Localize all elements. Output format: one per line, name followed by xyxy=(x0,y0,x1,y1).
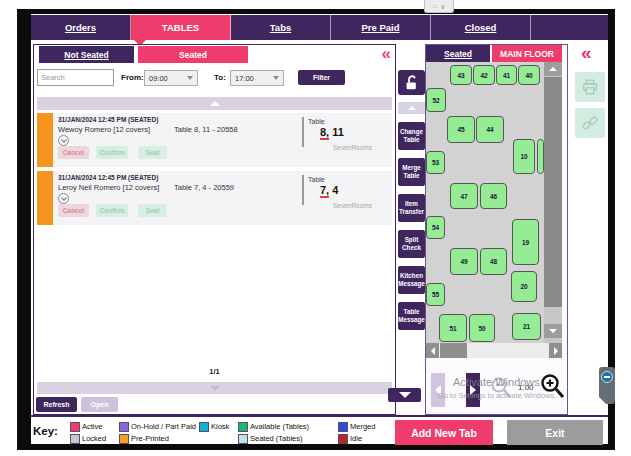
floor-table-54[interactable]: 54 xyxy=(426,216,445,239)
tab-seated[interactable]: Seated xyxy=(138,46,248,63)
key-item-merged: Merged xyxy=(338,422,398,432)
actions-scroll-up[interactable] xyxy=(398,102,425,114)
floor-table-50[interactable]: 50 xyxy=(469,314,495,342)
floating-window-control[interactable]: ∷∨ xyxy=(424,0,454,13)
key-swatch xyxy=(70,434,80,444)
expand-icon[interactable] xyxy=(58,135,69,146)
key-swatch xyxy=(70,422,80,432)
floor-table-19[interactable]: 19 xyxy=(512,219,539,265)
remote-session-handle[interactable] xyxy=(599,367,615,404)
remote-session-icon xyxy=(601,371,613,383)
action-kitchen-message[interactable]: Kitchen Message xyxy=(398,266,425,294)
floor-name-button[interactable]: MAIN FLOOR xyxy=(492,45,562,62)
key-row: ActiveOn-Hold / Part PaidKioskAvailable … xyxy=(70,421,398,432)
reservation-guest: Wewoy Romero [12 covers] xyxy=(58,125,150,134)
floor-prev-button[interactable] xyxy=(431,373,445,407)
floor-table-40[interactable]: 40 xyxy=(518,65,540,85)
floor-table-partial[interactable] xyxy=(537,139,544,174)
add-new-tab-button[interactable]: Add New Tab xyxy=(395,420,493,445)
floor-table-53[interactable]: 53 xyxy=(426,151,445,174)
scroll-right-button[interactable] xyxy=(549,343,562,358)
tab-closed[interactable]: Closed xyxy=(431,15,531,40)
scrollbar-thumb[interactable] xyxy=(440,343,467,358)
collapse-panel-icon[interactable]: « xyxy=(382,44,391,64)
seat-button[interactable]: Seat xyxy=(138,204,167,217)
refresh-button[interactable]: Refresh xyxy=(36,397,77,412)
action-merge-table[interactable]: Merge Table xyxy=(398,158,425,186)
from-label: From: xyxy=(121,73,144,82)
floor-table-43[interactable]: 43 xyxy=(450,65,472,85)
floor-table-51[interactable]: 51 xyxy=(439,314,467,342)
floor-table-44[interactable]: 44 xyxy=(476,116,504,143)
main-area: Not Seated Seated « From: 09:00 To: 17:0… xyxy=(31,44,608,415)
reservation-table-info: Table 8, 11 - 20558 xyxy=(174,125,238,134)
reservation-row[interactable]: 31/JAN/2024 12:45 PM (SEATED) Leroy Neil… xyxy=(37,171,392,225)
chevron-down-icon: ∨ xyxy=(440,3,445,10)
tab-pre-paid[interactable]: Pre Paid xyxy=(331,15,431,40)
exit-button[interactable]: Exit xyxy=(507,420,603,445)
up-arrow-icon xyxy=(210,101,220,106)
lock-button[interactable] xyxy=(398,70,425,95)
list-scroll-down[interactable] xyxy=(37,382,392,394)
floor-table-52[interactable]: 52 xyxy=(426,88,446,112)
open-button[interactable]: Open xyxy=(81,397,118,412)
floor-table-20[interactable]: 20 xyxy=(511,271,537,302)
scroll-left-button[interactable] xyxy=(426,343,439,358)
floor-table-42[interactable]: 42 xyxy=(473,65,495,85)
to-label: To: xyxy=(214,73,226,82)
print-button[interactable] xyxy=(575,72,605,102)
scroll-up-button[interactable] xyxy=(544,62,562,76)
reservation-row[interactable]: 31/JAN/2024 12:45 PM (SEATED) Wewoy Rome… xyxy=(37,113,392,167)
floor-table-21[interactable]: 21 xyxy=(512,313,541,340)
action-item-transfer[interactable]: Item Transfer xyxy=(398,194,425,222)
floor-tab-seated[interactable]: Seated xyxy=(426,45,490,62)
booking-source: SevenRooms xyxy=(292,202,372,209)
key-item-idle: Idle xyxy=(338,434,398,444)
action-table-message[interactable]: Table Message xyxy=(398,302,425,330)
cancel-button[interactable]: Cancel xyxy=(58,204,89,217)
key-swatch xyxy=(338,422,348,432)
expand-icon[interactable] xyxy=(58,193,69,204)
floor-map[interactable]: 4342414052454453104746541949482055515021 xyxy=(426,62,544,343)
list-scroll-up[interactable] xyxy=(37,97,392,110)
tab-tabs[interactable]: Tabs xyxy=(231,15,331,40)
key-swatch xyxy=(238,434,248,444)
action-change-table[interactable]: Change Table xyxy=(398,122,425,150)
tab-tables[interactable]: TABLES xyxy=(131,15,231,40)
scroll-down-button[interactable] xyxy=(544,324,562,338)
app-window-frame: OrdersTABLESTabsPre PaidClosed Not Seate… xyxy=(17,9,615,450)
to-time-select[interactable]: 17:00 xyxy=(230,70,284,86)
floor-table-10[interactable]: 10 xyxy=(513,139,535,174)
floor-table-55[interactable]: 55 xyxy=(426,283,445,306)
floor-table-48[interactable]: 48 xyxy=(480,248,507,275)
search-input[interactable] xyxy=(37,69,114,86)
filter-button[interactable]: Filter xyxy=(298,70,345,85)
link-tables-button[interactable] xyxy=(575,108,605,138)
confirm-button[interactable]: Confirm xyxy=(96,146,128,159)
cancel-button[interactable]: Cancel xyxy=(58,146,89,159)
action-split-check[interactable]: Split Check xyxy=(398,230,425,258)
tab-orders[interactable]: Orders xyxy=(31,15,131,40)
from-time-select[interactable]: 09:00 xyxy=(144,70,198,86)
key-item-kiosk: Kiosk xyxy=(199,422,238,432)
floor-table-49[interactable]: 49 xyxy=(450,248,478,275)
chevron-down-icon xyxy=(273,76,279,80)
floor-table-45[interactable]: 45 xyxy=(447,116,475,143)
collapse-floor-icon[interactable]: « xyxy=(581,42,592,64)
actions-scroll-down[interactable] xyxy=(388,388,421,402)
seat-button[interactable]: Seat xyxy=(138,146,167,159)
floor-table-46[interactable]: 46 xyxy=(480,183,507,209)
map-vertical-scrollbar[interactable] xyxy=(544,62,562,343)
tab-not-seated[interactable]: Not Seated xyxy=(39,46,134,63)
confirm-button[interactable]: Confirm xyxy=(96,204,128,217)
floor-table-41[interactable]: 41 xyxy=(496,65,517,85)
divider xyxy=(302,117,304,147)
floor-table-47[interactable]: 47 xyxy=(450,183,478,209)
bottom-bar: Key: ActiveOn-Hold / Part PaidKioskAvail… xyxy=(31,415,608,444)
scrollbar-thumb[interactable] xyxy=(544,77,562,307)
top-nav-tabs: OrdersTABLESTabsPre PaidClosed xyxy=(31,15,608,40)
table-numbers: 7, 4 xyxy=(320,184,338,196)
key-item-active: Active xyxy=(70,422,119,432)
map-horizontal-scrollbar[interactable] xyxy=(426,343,562,358)
printer-icon xyxy=(581,78,599,96)
